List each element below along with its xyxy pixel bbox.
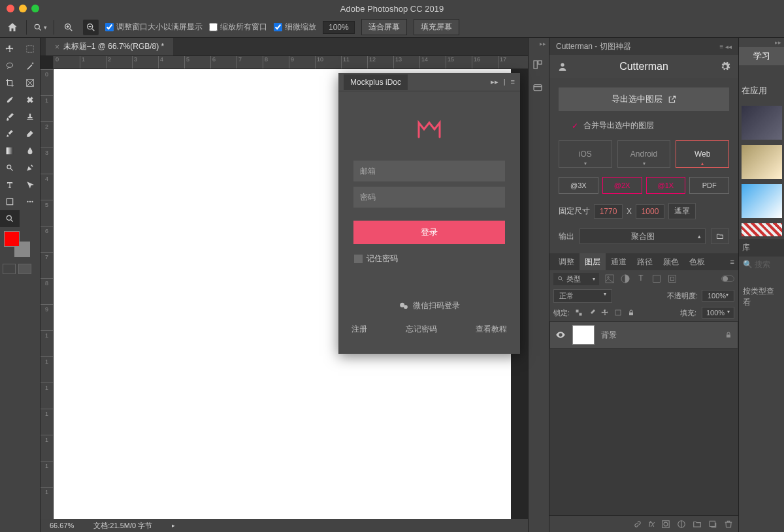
tutorial-link[interactable]: 查看教程 xyxy=(476,324,507,335)
horizontal-ruler[interactable]: 01234567891011121314151617 xyxy=(54,56,528,69)
zoom-in-icon[interactable] xyxy=(61,20,76,35)
magic-wand-tool[interactable] xyxy=(20,57,40,74)
crop-tool[interactable] xyxy=(0,74,20,91)
visibility-icon[interactable] xyxy=(555,330,566,340)
resize-window-checkbox[interactable]: 调整窗口大小以满屏显示 xyxy=(105,22,203,33)
remember-password-checkbox[interactable]: 记住密码 xyxy=(354,253,398,264)
lock-transparent-icon[interactable] xyxy=(575,309,583,317)
filter-toggle[interactable] xyxy=(721,275,734,282)
library-tab[interactable]: 库 xyxy=(739,239,784,257)
zoom-all-checkbox[interactable]: 缩放所有窗口 xyxy=(209,22,267,33)
tab-channels[interactable]: 通道 xyxy=(606,253,632,271)
tab-swatches[interactable]: 色板 xyxy=(684,253,710,271)
status-docinfo[interactable]: 文档:21.5M/0 字节 xyxy=(93,521,152,531)
register-link[interactable]: 注册 xyxy=(351,324,367,335)
pen-tool[interactable] xyxy=(20,159,40,176)
width-input[interactable] xyxy=(594,204,623,219)
output-folder-button[interactable] xyxy=(711,228,729,244)
dodge-tool[interactable] xyxy=(0,159,20,176)
scale-2x[interactable]: @2X xyxy=(602,177,642,194)
mask-option[interactable]: 遮罩 xyxy=(668,203,696,219)
filter-smart-icon[interactable] xyxy=(667,274,678,284)
email-input[interactable] xyxy=(353,161,505,181)
layer-thumbnail[interactable] xyxy=(572,325,595,345)
mask-icon[interactable] xyxy=(661,520,670,529)
tab-color[interactable]: 颜色 xyxy=(658,253,684,271)
learn-thumb-3[interactable] xyxy=(742,184,782,218)
zoom-tool[interactable] xyxy=(0,210,20,227)
vertical-ruler[interactable]: 01234567891111111 xyxy=(41,69,54,519)
login-button[interactable]: 登录 xyxy=(353,221,505,244)
link-icon[interactable] xyxy=(633,520,642,529)
learn-tab[interactable]: 学习 xyxy=(739,47,784,65)
folder-icon[interactable] xyxy=(693,520,702,529)
password-input[interactable] xyxy=(353,187,505,208)
height-input[interactable] xyxy=(636,204,664,219)
tool-preset[interactable]: ▾ xyxy=(33,23,47,32)
zoom-value[interactable]: 100% xyxy=(323,21,355,34)
collapse-icon[interactable]: ▸▸ xyxy=(491,78,498,86)
platform-web[interactable]: Web▴ xyxy=(676,140,729,168)
panel-menu-icon[interactable]: ≡ xyxy=(730,258,734,266)
panel-menu-icon[interactable]: ≡ xyxy=(511,78,515,86)
lasso-tool[interactable] xyxy=(0,57,20,74)
filter-adjust-icon[interactable] xyxy=(620,274,630,284)
type-tool[interactable] xyxy=(0,176,20,193)
document-tab[interactable]: × 未标题–1 @ 66.7%(RGB/8) * xyxy=(46,38,173,55)
tab-paths[interactable]: 路径 xyxy=(632,253,658,271)
eyedropper-tool[interactable] xyxy=(0,91,20,108)
layer-row-background[interactable]: 背景 xyxy=(549,321,738,349)
path-tool[interactable] xyxy=(20,176,40,193)
more-tool[interactable] xyxy=(20,193,40,210)
collapse-icon[interactable]: ≡ ◂◂ xyxy=(719,43,732,50)
layer-filter-type[interactable]: 类型▾ xyxy=(553,273,599,285)
healing-tool[interactable] xyxy=(20,91,40,108)
stamp-tool[interactable] xyxy=(20,108,40,125)
tab-layers[interactable]: 图层 xyxy=(580,253,606,271)
merge-export-checkbox[interactable]: ✓合并导出选中的图层 xyxy=(559,120,729,131)
fine-zoom-checkbox[interactable]: 细微缩放 xyxy=(274,22,316,33)
forgot-link[interactable]: 忘记密码 xyxy=(406,324,437,335)
opacity-value[interactable]: 100%▾ xyxy=(702,290,734,302)
output-mode-select[interactable]: 聚合图▴ xyxy=(580,228,706,244)
minimize-window-button[interactable] xyxy=(19,5,27,12)
maximize-window-button[interactable] xyxy=(31,5,39,12)
panel-icon-1[interactable] xyxy=(532,59,546,73)
eraser-tool[interactable] xyxy=(20,125,40,142)
marquee-tool[interactable] xyxy=(20,40,40,57)
foreground-color[interactable] xyxy=(4,231,20,247)
status-zoom[interactable]: 66.67% xyxy=(50,522,74,529)
library-view-mode[interactable]: 按类型查看 xyxy=(739,273,784,321)
learn-thumb-4[interactable] xyxy=(742,223,782,236)
lock-artboard-icon[interactable] xyxy=(614,309,622,317)
learn-thumb-2[interactable] xyxy=(742,145,782,179)
blend-mode-select[interactable]: 正常▾ xyxy=(553,289,612,303)
fit-screen-button[interactable]: 适合屏幕 xyxy=(361,19,407,35)
gear-icon[interactable] xyxy=(720,61,730,72)
learn-thumb-1[interactable] xyxy=(742,106,782,140)
edit-toolbar[interactable] xyxy=(20,210,40,227)
scale-pdf[interactable]: PDF xyxy=(689,177,729,194)
filter-image-icon[interactable] xyxy=(604,274,615,284)
platform-android[interactable]: Android▾ xyxy=(617,140,671,168)
rectangle-tool[interactable] xyxy=(0,193,20,210)
lock-paint-icon[interactable] xyxy=(588,309,596,317)
fill-screen-button[interactable]: 填充屏幕 xyxy=(414,19,459,35)
filter-shape-icon[interactable] xyxy=(651,274,662,284)
scale-1x[interactable]: @1X xyxy=(646,177,686,194)
layer-name[interactable]: 背景 xyxy=(601,330,617,341)
history-brush-tool[interactable] xyxy=(0,125,20,142)
gradient-tool[interactable] xyxy=(0,142,20,159)
tab-adjust[interactable]: 调整 xyxy=(553,253,580,271)
wechat-login[interactable]: 微信扫码登录 xyxy=(399,300,460,311)
mockplus-tab[interactable]: Mockplus iDoc xyxy=(344,74,408,90)
library-search[interactable]: 🔍 搜索 xyxy=(739,257,784,273)
new-layer-icon[interactable] xyxy=(708,520,717,529)
home-button[interactable] xyxy=(5,20,20,35)
panel-icon-2[interactable] xyxy=(532,82,546,97)
lock-position-icon[interactable] xyxy=(601,309,609,317)
export-layer-button[interactable]: 导出选中图层 xyxy=(559,87,729,111)
fx-icon[interactable]: fx xyxy=(649,520,655,529)
move-tool[interactable] xyxy=(0,40,20,57)
blur-tool[interactable] xyxy=(20,142,40,159)
